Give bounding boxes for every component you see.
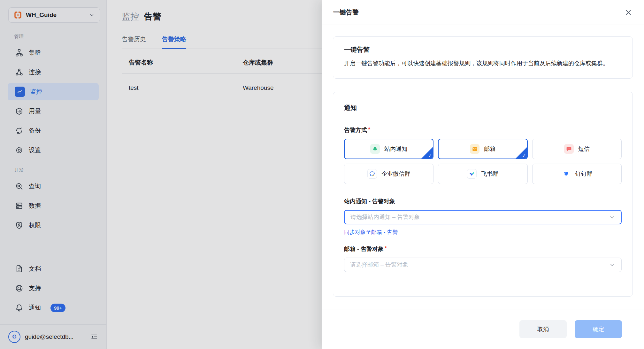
envelope-icon — [470, 144, 479, 154]
method-feishu-group[interactable]: 飞书群 — [438, 164, 527, 184]
one-click-alert-intro-card: 一键告警 开启一键告警功能后，可以快速创建基础报警规则，该规则将同时作用于当前及… — [333, 36, 633, 79]
method-label: 钉钉群 — [575, 170, 593, 178]
notification-title: 通知 — [344, 104, 622, 112]
app-screen: WH_Guide 管理 集群 — [0, 0, 644, 349]
check-icon: ✓ — [428, 153, 432, 159]
alert-method-grid: 站内通知 ✓ 邮箱 ✓ — [344, 139, 622, 184]
site-notification-target-label: 站内通知 - 告警对象 — [344, 198, 622, 205]
method-label: 站内通知 — [384, 145, 407, 153]
email-target-label: 邮箱 - 告警对象 * — [344, 245, 622, 253]
email-target-input[interactable] — [346, 258, 605, 272]
drawer-title: 一键告警 — [333, 8, 359, 17]
wecom-icon — [367, 169, 377, 179]
check-icon: ✓ — [522, 153, 526, 159]
required-asterisk: * — [368, 126, 370, 133]
drawer-body: 一键告警 开启一键告警功能后，可以快速创建基础报警规则，该规则将同时作用于当前及… — [322, 25, 644, 309]
confirm-button[interactable]: 确定 — [575, 320, 622, 338]
feishu-icon — [467, 169, 477, 179]
method-in-site-notification[interactable]: 站内通知 ✓ — [344, 139, 433, 159]
method-label: 短信 — [578, 145, 590, 153]
chevron-down-icon — [609, 262, 616, 268]
method-sms[interactable]: 短信 — [532, 139, 622, 159]
one-click-alert-drawer: 一键告警 一键告警 开启一键告警功能后，可以快速创建基础报警规则，该规则将同时作… — [322, 0, 644, 349]
method-label: 飞书群 — [481, 170, 498, 178]
site-notification-target-input[interactable] — [346, 211, 605, 224]
sms-bubble-icon — [564, 144, 574, 154]
bell-green-icon — [370, 144, 380, 154]
intro-description: 开启一键告警功能后，可以快速创建基础报警规则，该规则将同时作用于当前及后续新建的… — [344, 58, 622, 69]
required-asterisk: * — [385, 245, 387, 252]
sync-to-email-link[interactable]: 同步对象至邮箱 - 告警 — [344, 229, 398, 236]
chevron-down-icon — [609, 214, 615, 221]
method-email[interactable]: 邮箱 ✓ — [438, 139, 527, 159]
site-notification-target-select[interactable] — [344, 210, 622, 224]
method-wecom-group[interactable]: 企业微信群 — [344, 164, 433, 184]
site-notification-target-field: 站内通知 - 告警对象 同步对象至邮箱 - 告警 — [344, 198, 622, 245]
email-target-field: 邮箱 - 告警对象 * — [344, 245, 622, 272]
dingtalk-icon — [561, 169, 571, 179]
notification-card: 通知 告警方式 * 站内通知 — [333, 92, 633, 297]
alert-method-label: 告警方式 * — [344, 126, 622, 134]
close-icon[interactable] — [624, 8, 633, 17]
cancel-button[interactable]: 取消 — [519, 320, 567, 338]
drawer-footer: 取消 确定 — [322, 309, 644, 349]
intro-title: 一键告警 — [344, 45, 622, 54]
method-label: 邮箱 — [484, 145, 495, 153]
method-label: 企业微信群 — [381, 170, 410, 178]
email-target-select[interactable] — [344, 258, 622, 272]
drawer-header: 一键告警 — [322, 0, 644, 25]
method-dingtalk-group[interactable]: 钉钉群 — [532, 164, 622, 184]
